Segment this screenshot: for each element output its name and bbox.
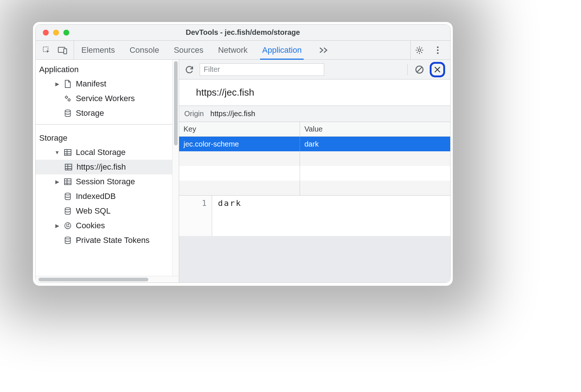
database-icon <box>63 236 72 245</box>
sidebar-item-manifest[interactable]: ▶ Manifest <box>36 77 179 91</box>
svg-point-15 <box>65 223 71 229</box>
sidebar-item-storage[interactable]: Storage <box>36 106 179 121</box>
delete-selected-highlight <box>430 62 445 77</box>
origin-label: Origin <box>184 110 204 118</box>
sidebar-item-label: Manifest <box>76 79 106 89</box>
chevron-right-icon: ▶ <box>55 223 60 229</box>
window-controls <box>36 30 69 36</box>
sidebar-section-application: Application <box>36 60 179 77</box>
kebab-menu-icon[interactable] <box>433 45 443 55</box>
titlebar: DevTools - jec.fish/demo/storage <box>36 25 450 41</box>
svg-line-22 <box>417 67 422 72</box>
column-value[interactable]: Value <box>300 122 450 136</box>
preview-text: dark <box>212 196 450 236</box>
column-key[interactable]: Key <box>179 122 300 136</box>
clear-all-icon[interactable] <box>414 64 425 75</box>
svg-point-16 <box>66 225 67 225</box>
table-row[interactable]: jec.color-scheme dark <box>179 137 450 151</box>
filter-input[interactable] <box>200 63 324 76</box>
more-tabs-button[interactable] <box>316 41 332 59</box>
table-header: Key Value <box>179 122 450 137</box>
device-toolbar-icon[interactable] <box>58 45 68 55</box>
value-preview: 1 dark <box>179 196 450 236</box>
storage-toolbar <box>179 60 450 79</box>
panel-footer <box>179 236 450 282</box>
cell-value: dark <box>300 137 450 151</box>
tab-elements[interactable]: Elements <box>81 41 115 59</box>
tab-application[interactable]: Application <box>262 41 302 59</box>
minimize-window-button[interactable] <box>53 30 59 36</box>
sidebar-item-label: https://jec.fish <box>77 162 126 172</box>
table-icon <box>63 177 72 186</box>
svg-point-13 <box>65 193 71 195</box>
sidebar-item-label: Session Storage <box>76 177 135 186</box>
table-icon <box>63 148 72 157</box>
database-icon <box>63 207 72 215</box>
refresh-icon[interactable] <box>184 64 195 75</box>
sidebar-item-indexeddb[interactable]: IndexedDB <box>36 189 179 204</box>
sidebar-item-label: Web SQL <box>76 206 111 216</box>
sidebar-item-label: Storage <box>76 108 104 118</box>
sidebar-item-local-storage[interactable]: ▼ Local Storage <box>36 145 179 160</box>
sidebar-section-storage: Storage <box>36 128 179 145</box>
zoom-window-button[interactable] <box>63 30 69 36</box>
delete-selected-icon[interactable] <box>432 64 443 75</box>
svg-point-18 <box>69 226 69 227</box>
svg-rect-11 <box>65 164 72 170</box>
cell-key: jec.color-scheme <box>179 137 300 151</box>
svg-point-8 <box>68 99 70 101</box>
svg-point-7 <box>66 96 68 99</box>
sidebar-item-private-state-tokens[interactable]: Private State Tokens <box>36 233 179 248</box>
origin-value: https://jec.fish <box>210 110 255 118</box>
chevron-right-icon: ▶ <box>55 179 60 185</box>
sidebar-item-local-storage-origin[interactable]: https://jec.fish <box>36 160 179 174</box>
preview-line-number: 1 <box>179 196 212 236</box>
svg-point-17 <box>68 224 69 225</box>
svg-point-6 <box>437 52 439 54</box>
sidebar-item-label: Private State Tokens <box>76 236 149 245</box>
svg-point-5 <box>437 49 439 51</box>
table-icon <box>64 163 73 171</box>
database-icon <box>63 109 72 118</box>
main-panel: https://jec.fish Origin https://jec.fish… <box>179 60 450 282</box>
sidebar: Application ▶ Manifest Service Wor <box>36 60 179 282</box>
svg-point-4 <box>437 46 439 48</box>
origin-heading: https://jec.fish <box>179 79 450 106</box>
sidebar-item-websql[interactable]: Web SQL <box>36 204 179 218</box>
sidebar-item-cookies[interactable]: ▶ Cookies <box>36 218 179 233</box>
table-row[interactable] <box>179 166 450 181</box>
sidebar-item-session-storage[interactable]: ▶ Session Storage <box>36 174 179 189</box>
svg-rect-10 <box>64 149 71 155</box>
origin-row: Origin https://jec.fish <box>179 106 450 122</box>
svg-point-3 <box>418 49 421 51</box>
sidebar-item-label: IndexedDB <box>76 192 116 201</box>
settings-icon[interactable] <box>414 45 425 55</box>
svg-rect-12 <box>64 179 71 185</box>
window-title: DevTools - jec.fish/demo/storage <box>36 28 450 37</box>
inspect-element-icon[interactable] <box>41 45 52 55</box>
cookie-icon <box>63 221 72 230</box>
svg-point-19 <box>67 226 67 227</box>
document-icon <box>63 79 72 88</box>
svg-point-9 <box>65 110 71 112</box>
tab-strip: Elements Console Sources Network Applica… <box>36 41 450 60</box>
sidebar-item-label: Cookies <box>76 221 105 230</box>
svg-point-14 <box>65 208 71 210</box>
chevron-right-icon: ▶ <box>55 81 60 87</box>
sidebar-item-label: Service Workers <box>76 94 135 103</box>
sidebar-vertical-scrollbar[interactable] <box>172 60 179 282</box>
table-row[interactable] <box>179 181 450 195</box>
sidebar-item-service-workers[interactable]: Service Workers <box>36 91 179 106</box>
svg-point-20 <box>65 237 71 239</box>
chevron-down-icon: ▼ <box>55 149 60 155</box>
gears-icon <box>63 94 72 103</box>
devtools-window: DevTools - jec.fish/demo/storage <box>35 24 451 283</box>
svg-rect-2 <box>64 49 67 54</box>
tab-console[interactable]: Console <box>130 41 159 59</box>
table-row[interactable] <box>179 151 450 166</box>
close-window-button[interactable] <box>43 30 49 36</box>
tab-sources[interactable]: Sources <box>174 41 203 59</box>
sidebar-item-label: Local Storage <box>76 148 126 157</box>
sidebar-horizontal-scrollbar[interactable] <box>36 276 179 282</box>
tab-network[interactable]: Network <box>218 41 248 59</box>
